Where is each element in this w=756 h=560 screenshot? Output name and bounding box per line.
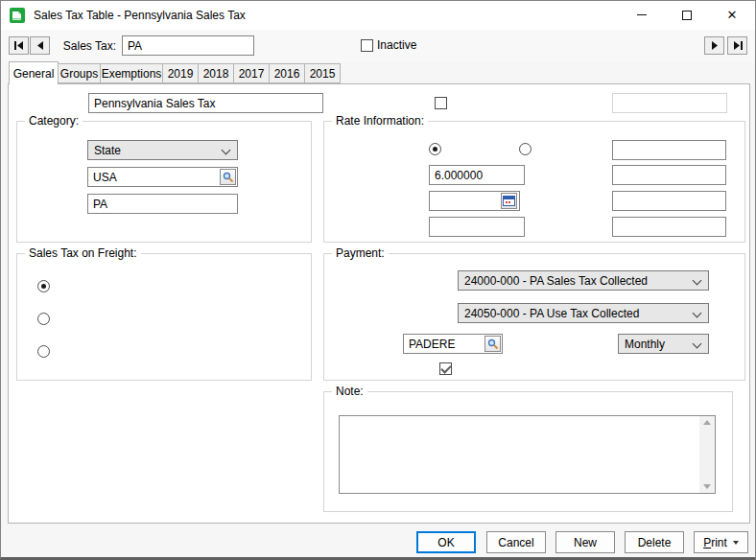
sales-tax-input[interactable] xyxy=(122,35,254,56)
new-button-label: New xyxy=(574,536,597,549)
applies-to-value: State xyxy=(94,144,121,157)
print-separately-checkbox[interactable] xyxy=(435,97,447,109)
note-scrollbar[interactable] xyxy=(699,416,715,493)
close-icon: ✕ xyxy=(727,9,738,21)
new-button[interactable]: New xyxy=(555,531,615,553)
tab-2016[interactable]: 2016 xyxy=(269,63,305,83)
last-record-icon xyxy=(733,41,743,50)
print-button-label-key: P xyxy=(703,536,711,549)
country-lookup-button[interactable] xyxy=(220,169,236,185)
tab-groups[interactable]: Groups xyxy=(58,63,101,83)
description-input[interactable] xyxy=(88,93,323,113)
chevron-down-icon xyxy=(693,276,702,286)
tab-2017[interactable]: 2017 xyxy=(233,63,270,83)
search-icon xyxy=(223,172,234,183)
last-record-button[interactable] xyxy=(727,36,747,55)
print-button[interactable]: Print xyxy=(694,531,748,553)
ok-button[interactable]: OK xyxy=(416,531,476,553)
flat-amount-radio[interactable] xyxy=(519,143,532,155)
note-legend: Note: xyxy=(332,385,367,398)
ok-button-label: OK xyxy=(437,536,454,549)
scroll-down-icon[interactable] xyxy=(703,484,711,489)
prorate-radio[interactable] xyxy=(37,313,50,325)
delete-button-label: Delete xyxy=(638,536,672,549)
payment-frequency-select[interactable]: Monthly xyxy=(618,334,709,354)
label-input xyxy=(612,93,727,113)
maximum-input[interactable] xyxy=(612,140,726,160)
sales-tax-liability-value: 24000-000 - PA Sales Tax Collected xyxy=(464,274,648,288)
search-icon xyxy=(487,338,499,350)
tax-if-taxable-items-radio[interactable] xyxy=(37,280,50,292)
tab-groups-label: Groups xyxy=(60,67,98,81)
maximize-button[interactable] xyxy=(665,1,709,29)
tab-exemptions[interactable]: Exemptions xyxy=(100,63,163,83)
next-record-button[interactable] xyxy=(704,36,724,55)
note-textarea[interactable] xyxy=(339,415,716,494)
time-input[interactable] xyxy=(612,217,726,237)
chevron-down-icon xyxy=(693,339,702,349)
report-gross-sales-checkbox[interactable] xyxy=(439,362,452,375)
tab-2018-label: 2018 xyxy=(203,67,229,81)
use-tax-liability-value: 24050-000 - PA Use Tax Collected xyxy=(464,307,639,320)
tab-strip: General Groups Exemptions 2019 2018 2017… xyxy=(9,61,341,83)
never-tax-radio[interactable] xyxy=(37,345,50,358)
app-icon xyxy=(10,8,25,23)
user-input[interactable] xyxy=(612,165,726,185)
tab-2017-label: 2017 xyxy=(239,67,265,81)
print-button-label: rint xyxy=(711,536,727,549)
category-legend: Category: xyxy=(25,114,83,128)
tab-general[interactable]: General xyxy=(9,61,59,84)
minimize-icon xyxy=(637,14,647,15)
use-tax-liability-select[interactable]: 24050-000 - PA Use Tax Collected xyxy=(458,303,709,323)
cancel-button[interactable]: Cancel xyxy=(486,531,546,553)
chevron-down-icon xyxy=(222,146,231,155)
state-input[interactable] xyxy=(87,194,238,214)
sales-tax-label: Sales Tax: xyxy=(20,39,116,54)
old-rate-input[interactable] xyxy=(429,217,525,237)
tax-agency-lookup-button[interactable] xyxy=(484,336,501,352)
rate-information-legend: Rate Information: xyxy=(332,114,428,128)
payment-legend: Payment: xyxy=(332,246,389,260)
inactive-label[interactable]: Inactive xyxy=(377,38,416,53)
title-bar: Sales Tax Table - Pennsylvania Sales Tax… xyxy=(1,1,755,30)
tab-2019[interactable]: 2019 xyxy=(162,63,199,83)
tab-2016-label: 2016 xyxy=(274,67,300,81)
cancel-button-label: Cancel xyxy=(498,536,533,549)
sales-tax-liability-select[interactable]: 24000-000 - PA Sales Tax Collected xyxy=(458,270,709,291)
tab-general-label: General xyxy=(13,67,55,81)
tab-2015[interactable]: 2015 xyxy=(304,63,341,83)
date-input[interactable] xyxy=(612,191,726,211)
scroll-up-icon[interactable] xyxy=(703,420,711,425)
tab-exemptions-label: Exemptions xyxy=(102,67,162,81)
current-rate-input[interactable] xyxy=(429,165,525,185)
payment-frequency-value: Monthly xyxy=(625,338,665,351)
minimize-button[interactable] xyxy=(620,1,664,29)
print-dropdown-icon xyxy=(733,541,739,545)
freight-legend: Sales Tax on Freight: xyxy=(25,246,141,260)
tab-2018[interactable]: 2018 xyxy=(198,63,234,83)
maximize-icon xyxy=(682,11,692,20)
effective-date-calendar-button[interactable] xyxy=(501,193,517,209)
freight-groupbox: Sales Tax on Freight: xyxy=(16,253,312,381)
calendar-icon xyxy=(503,196,515,206)
percentage-radio[interactable] xyxy=(429,143,441,155)
close-button[interactable]: ✕ xyxy=(710,1,754,29)
next-record-icon xyxy=(711,41,719,50)
tab-2019-label: 2019 xyxy=(168,67,194,81)
chevron-down-icon xyxy=(693,309,702,318)
window-title: Sales Tax Table - Pennsylvania Sales Tax xyxy=(34,1,246,30)
tab-2015-label: 2015 xyxy=(310,67,336,81)
inactive-checkbox[interactable] xyxy=(361,39,373,52)
record-navigation-bar: Sales Tax: Inactive xyxy=(1,30,755,61)
country-input[interactable] xyxy=(87,167,238,187)
delete-button[interactable]: Delete xyxy=(625,531,684,553)
sales-tax-table-window: Sales Tax Table - Pennsylvania Sales Tax… xyxy=(0,0,756,560)
applies-to-select[interactable]: State xyxy=(87,140,238,160)
